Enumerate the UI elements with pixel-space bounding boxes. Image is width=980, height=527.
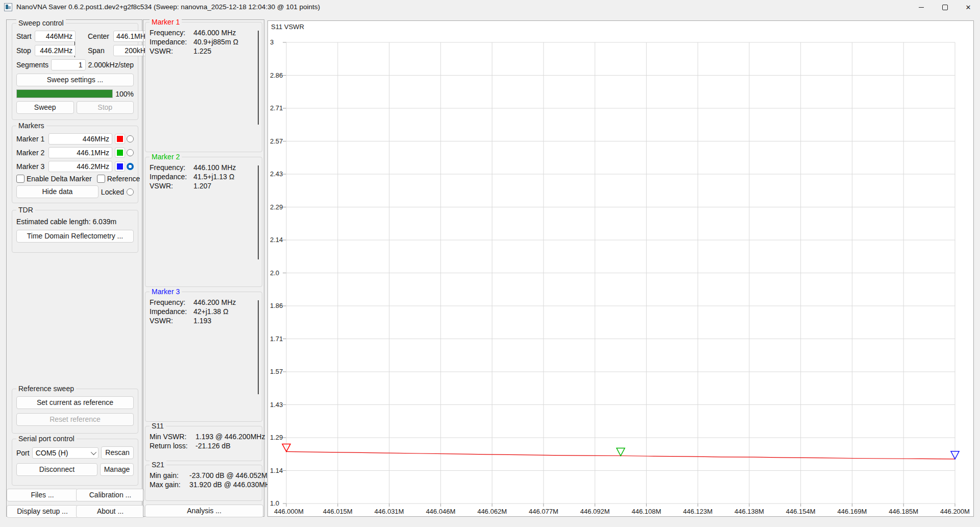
marker1-vswr-label: VSWR: <box>150 47 191 55</box>
marker3-frequency-label: Frequency: <box>150 298 191 306</box>
marker3-select-radio[interactable] <box>127 163 134 170</box>
svg-text:2.86: 2.86 <box>270 71 283 79</box>
stop-input[interactable]: 446.2MHz <box>35 45 76 56</box>
files-button[interactable]: Files ... <box>7 489 78 501</box>
reference-checkbox[interactable] <box>97 175 105 183</box>
marker1-color-button[interactable] <box>115 134 125 144</box>
svg-text:1.86: 1.86 <box>270 302 283 309</box>
analysis-button[interactable]: Analysis ... <box>145 505 263 517</box>
close-button[interactable]: ✕ <box>957 0 980 14</box>
svg-text:446.015M: 446.015M <box>323 508 353 515</box>
sweep-progressbar <box>16 89 113 98</box>
about-button[interactable]: About ... <box>76 505 144 518</box>
control-sidebar: Sweep control Start 446MHz Center 446.1M… <box>6 19 142 517</box>
start-input[interactable]: 446MHz <box>35 31 76 42</box>
marker1-scrollbar[interactable] <box>258 31 259 125</box>
marker2-freq-input[interactable]: 446.1MHz <box>48 147 112 158</box>
window-title: NanoVNA Saver 0.6.2.post1.dev2+g2f8c534 … <box>16 3 320 11</box>
svg-text:2.0: 2.0 <box>270 269 279 277</box>
marker2-color-swatch <box>117 150 123 156</box>
serial-port-title: Serial port control <box>16 435 77 443</box>
marker2-label: Marker 2 <box>16 149 46 157</box>
calibration-button[interactable]: Calibration ... <box>76 489 144 501</box>
marker3-vswr-label: VSWR: <box>150 317 191 325</box>
port-value: COM5 (H) <box>36 449 68 457</box>
return-loss-value: -21.126 dB <box>195 442 265 450</box>
min-gain-label: Min gain: <box>150 471 187 480</box>
rescan-button[interactable]: Rescan <box>101 446 134 459</box>
maximize-button[interactable] <box>933 0 957 14</box>
s21-info-box: S21 Min gain: -23.700 dB @ 446.052MHz Ma… <box>145 465 262 501</box>
app-icon <box>4 3 12 11</box>
marker1-label: Marker 1 <box>16 135 46 143</box>
s11-info-box: S11 Min VSWR: 1.193 @ 446.200MHz Return … <box>145 426 262 461</box>
marker2-scrollbar[interactable] <box>258 165 259 259</box>
svg-text:3: 3 <box>270 38 274 46</box>
svg-text:2.71: 2.71 <box>270 104 283 112</box>
marker2-impedance-value: 41.5+j1.13 Ω <box>193 173 258 181</box>
display-setup-button[interactable]: Display setup ... <box>7 505 78 518</box>
marker1-info-title: Marker 1 <box>150 18 182 26</box>
hide-data-button[interactable]: Hide data <box>16 185 99 198</box>
segments-input[interactable]: 1 <box>51 59 85 70</box>
marker3-freq-input[interactable]: 446.2MHz <box>48 161 112 172</box>
sweep-control-title: Sweep control <box>16 19 66 27</box>
markers-title: Markers <box>16 122 46 130</box>
sweep-settings-button[interactable]: Sweep settings ... <box>16 74 134 86</box>
marker1-impedance-value: 40.9+j885m Ω <box>193 38 258 46</box>
marker3-impedance-value: 42+j1.38 Ω <box>193 307 258 316</box>
reset-reference-button[interactable]: Reset reference <box>16 413 134 426</box>
maximize-icon <box>942 5 948 10</box>
marker1-freq-input[interactable]: 446MHz <box>48 133 112 145</box>
manage-button[interactable]: Manage <box>100 463 134 476</box>
sweep-button[interactable]: Sweep <box>16 101 74 114</box>
marker1-frequency-label: Frequency: <box>150 29 191 37</box>
center-label: Center <box>88 32 111 40</box>
stop-label: Stop <box>16 46 33 55</box>
tdr-title: TDR <box>16 206 35 214</box>
marker2-impedance-label: Impedance: <box>150 173 191 181</box>
locked-label: Locked <box>101 188 124 196</box>
close-icon: ✕ <box>966 4 971 11</box>
marker2-frequency-label: Frequency: <box>150 163 191 172</box>
marker3-color-swatch <box>117 163 123 170</box>
port-select[interactable]: COM5 (H) <box>32 447 99 459</box>
svg-text:446.123M: 446.123M <box>683 508 713 515</box>
stop-button[interactable]: Stop <box>77 101 134 114</box>
max-gain-label: Max gain: <box>150 481 187 489</box>
reference-label: Reference <box>107 175 140 183</box>
locked-radio[interactable] <box>127 188 134 196</box>
svg-text:446.138M: 446.138M <box>734 508 764 515</box>
marker1-select-radio[interactable] <box>127 135 134 142</box>
svg-text:446.077M: 446.077M <box>529 508 558 515</box>
enable-delta-marker-label: Enable Delta Marker <box>27 175 92 183</box>
min-gain-value: -23.700 dB @ 446.052MHz <box>189 471 276 480</box>
start-label: Start <box>16 32 33 40</box>
chart-panel: 32.862.712.572.432.292.142.01.861.711.57… <box>267 20 974 517</box>
minimize-button[interactable] <box>910 0 933 14</box>
svg-text:1.0: 1.0 <box>270 499 279 507</box>
reference-sweep-group: Reference sweep Set current as reference… <box>12 389 138 434</box>
marker2-select-radio[interactable] <box>127 149 134 156</box>
chevron-down-icon <box>91 449 96 454</box>
svg-text:446.046M: 446.046M <box>426 508 455 515</box>
svg-text:S11 VSWR: S11 VSWR <box>271 23 304 31</box>
step-size-text: 2.000kHz/step <box>88 61 134 69</box>
marker1-vswr-value: 1.225 <box>193 47 258 55</box>
enable-delta-marker-checkbox[interactable] <box>16 175 24 183</box>
disconnect-button[interactable]: Disconnect <box>16 463 97 476</box>
svg-text:2.57: 2.57 <box>270 137 283 145</box>
marker3-frequency-value: 446.200 MHz <box>193 298 258 306</box>
marker3-color-button[interactable] <box>115 161 125 172</box>
markers-group: Markers Marker 1 446MHz Marker 2 446.1MH… <box>12 126 138 203</box>
tdr-button[interactable]: Time Domain Reflectometry ... <box>16 230 134 243</box>
marker1-frequency-value: 446.000 MHz <box>193 29 258 37</box>
tdr-group: TDR Estimated cable length: 6.039m Time … <box>12 210 138 253</box>
s11-vswr-chart[interactable]: 32.862.712.572.432.292.142.01.861.711.57… <box>268 21 973 516</box>
titlebar[interactable]: NanoVNA Saver 0.6.2.post1.dev2+g2f8c534 … <box>0 0 980 14</box>
marker2-color-button[interactable] <box>115 148 125 158</box>
marker3-scrollbar[interactable] <box>258 300 259 394</box>
svg-text:1.43: 1.43 <box>270 401 283 409</box>
set-reference-button[interactable]: Set current as reference <box>16 396 134 409</box>
svg-text:446.154M: 446.154M <box>786 508 816 515</box>
